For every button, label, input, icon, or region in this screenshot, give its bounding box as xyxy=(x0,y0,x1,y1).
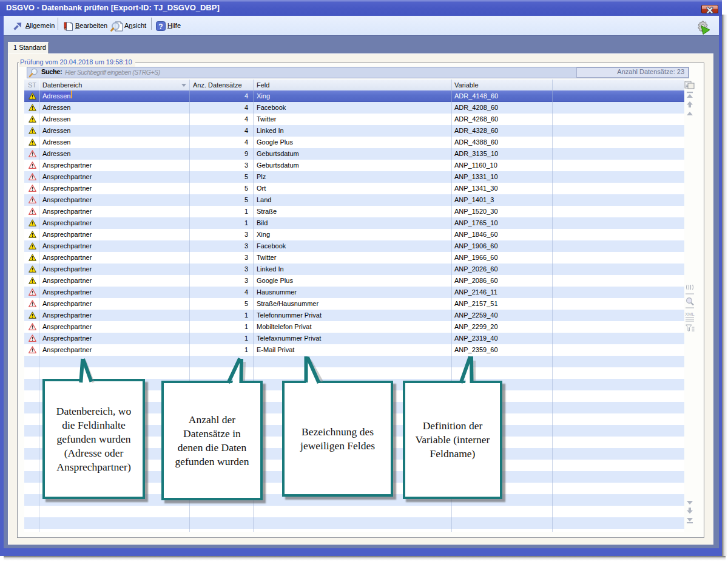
svg-text:?: ? xyxy=(158,22,163,31)
svg-text:XML: XML xyxy=(685,311,694,317)
